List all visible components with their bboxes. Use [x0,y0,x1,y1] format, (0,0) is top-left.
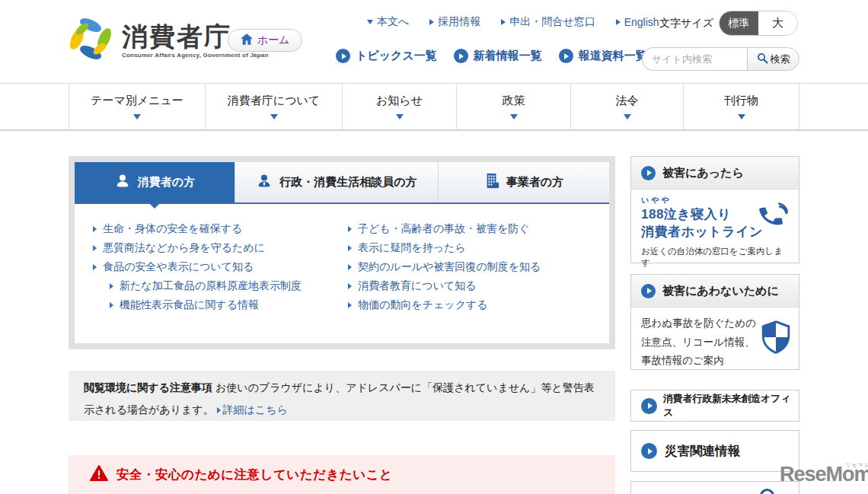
tab-label: 事業者の方 [506,175,563,190]
play-circle-icon [641,166,656,180]
font-size-label: 文字サイズ [659,17,713,30]
nav-item-laws[interactable]: 法令 [571,84,684,129]
link-food-safety[interactable]: 食品の安全や表示について知る [93,257,348,276]
link-label: 子ども・高齢者の事故・被害を防ぐ [358,222,530,236]
browser-notice: 閲覧環境に関する注意事項 お使いのブラウザにより、アドレスバーに「保護されていま… [69,371,615,421]
home-button-label: ホーム [257,33,290,47]
chevron-down-icon [270,114,278,120]
link-label: 表示に疑問を持ったら [358,241,466,255]
triangle-right-icon [110,283,113,289]
press-list-label: 報道資料一覧 [579,49,647,63]
chevron-down-icon [624,114,631,120]
nav-label: 消費者庁について [228,94,320,108]
notice-link-label: 詳細はこちら [223,403,288,416]
link-label: 生命・身体の安全を確保する [103,222,242,236]
skip-to-content-link[interactable]: 本文へ [367,15,409,29]
prevention-header[interactable]: 被害にあわないために [631,275,799,308]
recruit-link[interactable]: 採用情報 [429,15,480,29]
link-label: 新たな加工食品の原料原産地表示制度 [120,279,302,293]
prevention-info[interactable]: 思わぬ事故を防ぐための注意点、リコール情報、事故情報のご案内 [631,308,799,371]
alert-title: 安全・安心のために注意していただきたいこと [116,467,392,483]
link-origin-labeling[interactable]: 新たな加工食品の原料原産地表示制度 [110,276,348,295]
sidebar-box-disaster-info[interactable]: 災害関連情報 [630,430,799,472]
english-link[interactable]: English [616,16,659,28]
press-list-link[interactable]: 報道資料一覧 [559,49,647,63]
link-price-trends[interactable]: 物価の動向をチェックする [348,295,603,314]
link-functional-foods[interactable]: 機能性表示食品に関する情報 [110,295,348,314]
new-info-list-link[interactable]: 新着情報一覧 [454,49,542,63]
hotline-info[interactable]: いやや 188泣き寝入り 消費者ホットライン お近くの自治体の窓口をご案内します [631,190,799,269]
link-label: 悪質商法などから身を守るために [103,241,265,255]
sidebar-title: 消費者行政新未来創造オフィス [663,392,799,419]
shield-icon [759,320,793,362]
link-labeling-questions[interactable]: 表示に疑問を持ったら [348,238,603,257]
link-column-left: 生命・身体の安全を確保する 悪質商法などから身を守るために 食品の安全や表示につ… [93,219,348,314]
font-size-toggle: 標準 大 [719,11,798,36]
search-icon [757,53,768,66]
link-label: 機能性表示食品に関する情報 [120,298,259,312]
triangle-right-icon [429,19,434,25]
global-nav: テーマ別メニュー 消費者庁について お知らせ 政策 法令 刊行物 [0,83,868,131]
play-circle-icon [641,398,657,414]
notice-detail-link[interactable]: 詳細はこちら [217,403,288,416]
play-circle-icon [641,284,656,298]
audience-panel: 消費者の方 行政・消費生活相談員の方 [69,156,615,349]
chevron-down-icon [396,114,404,120]
tab-government-advisors[interactable]: 行政・消費生活相談員の方 [235,162,438,202]
nav-item-about-agency[interactable]: 消費者庁について [206,84,343,129]
logo-swirl-icon [67,15,114,65]
tab-consumers[interactable]: 消費者の方 [75,162,235,202]
person-tie-icon [256,173,273,192]
nav-item-policy[interactable]: 政策 [457,84,571,129]
link-contract-rules[interactable]: 契約のルールや被害回復の制度を知る [348,257,603,276]
triangle-right-icon [93,264,97,270]
sidebar-title: 災害関連情報 [665,443,740,460]
link-life-safety[interactable]: 生命・身体の安全を確保する [93,219,348,238]
audience-tabs: 消費者の方 行政・消費生活相談員の方 [75,162,609,204]
english-label: English [624,16,659,28]
triangle-right-icon [110,302,113,308]
link-child-elderly-accidents[interactable]: 子ども・高齢者の事故・被害を防ぐ [348,219,603,238]
home-button[interactable]: ホーム [228,29,302,52]
warning-icon [90,465,108,485]
link-consumer-education[interactable]: 消費者教育について知る [348,276,603,295]
phone-icon [759,202,791,235]
link-label: 食品の安全や表示について知る [103,260,254,274]
nav-label: お知らせ [376,94,423,108]
search-button[interactable]: 検索 [747,47,799,71]
tab-businesses[interactable]: 事業者の方 [438,162,609,202]
contact-link[interactable]: 申出・問合せ窓口 [501,15,595,29]
prevention-text: 思わぬ事故を防ぐための注意点、リコール情報、事故情報のご案内 [641,314,757,371]
play-circle-icon [559,49,573,63]
resemom-watermark: リセマム ReseMom. [780,463,868,486]
partial-circle-icon [760,489,774,494]
topics-list-link[interactable]: トピックス一覧 [336,49,437,63]
watermark-kana: リセマム [845,461,868,469]
triangle-right-icon [616,19,621,25]
sidebar-box-damage-help: 被害にあったら いやや 188泣き寝入り 消費者ホットライン お近くの自治体の窓… [630,156,799,263]
triangle-right-icon [348,302,352,308]
sidebar-box-future-office[interactable]: 消費者行政新未来創造オフィス [630,390,799,422]
tab-label: 行政・消費生活相談員の方 [279,175,416,190]
topics-list-label: トピックス一覧 [356,49,437,63]
nav-item-theme-menu[interactable]: テーマ別メニュー [69,84,206,129]
link-label: 契約のルールや被害回復の制度を知る [358,260,541,274]
play-circle-icon [454,49,468,63]
triangle-right-icon [93,245,97,251]
triangle-right-icon [348,264,352,270]
play-circle-icon [336,49,350,63]
font-size-standard-button[interactable]: 標準 [720,11,758,35]
sidebar-box-partial[interactable] [630,481,799,494]
nav-item-publications[interactable]: 刊行物 [684,84,799,129]
safety-alert-banner: 安全・安心のために注意していただきたいこと [69,455,615,494]
skip-link-label: 本文へ [377,15,409,29]
nav-item-news[interactable]: お知らせ [343,84,457,129]
chevron-down-icon [510,114,518,120]
search-input[interactable] [642,47,747,71]
font-size-large-button[interactable]: 大 [758,11,797,35]
new-info-label: 新着情報一覧 [474,49,542,63]
link-malicious-practices[interactable]: 悪質商法などから身を守るために [93,238,348,257]
logo-subtitle: Consumer Affairs Agency, Government of J… [122,52,269,59]
damage-help-header[interactable]: 被害にあったら [631,157,799,190]
triangle-right-icon [348,245,352,251]
